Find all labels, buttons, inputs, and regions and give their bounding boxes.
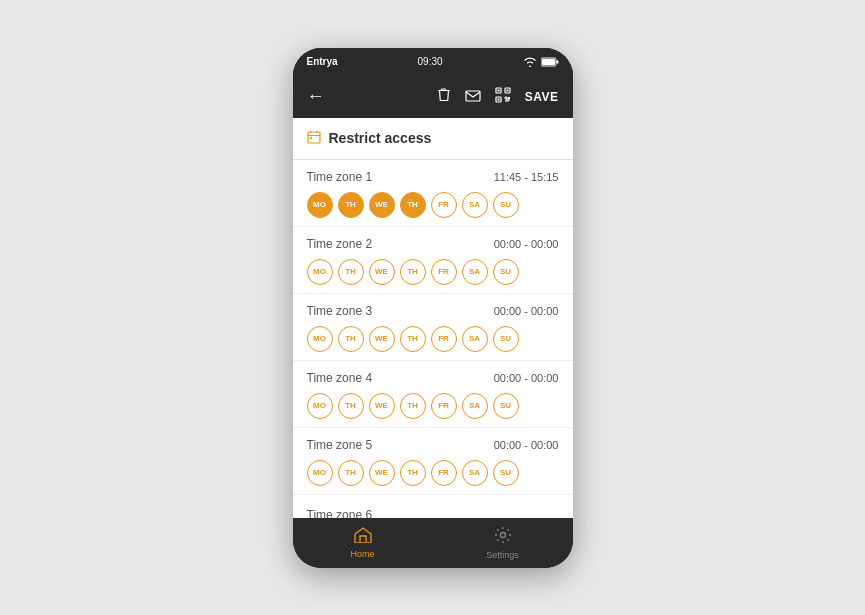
day-th-tz3[interactable]: TH — [338, 326, 364, 352]
timezone-row-4[interactable]: Time zone 400:00 - 00:00MOTHWETHFRSASU — [293, 361, 573, 428]
svg-rect-5 — [497, 90, 499, 92]
day-su-tz4[interactable]: SU — [493, 393, 519, 419]
toolbar-actions: SAVE — [437, 87, 559, 106]
calendar-icon — [307, 130, 321, 147]
day-sa-tz4[interactable]: SA — [462, 393, 488, 419]
section-header: Restrict access — [293, 118, 573, 160]
main-content: Restrict access Time zone 111:45 - 15:15… — [293, 118, 573, 518]
day-mo-tz5[interactable]: MO — [307, 460, 333, 486]
timezone-label-5: Time zone 5 — [307, 438, 373, 452]
day-th-tz4[interactable]: TH — [338, 393, 364, 419]
svg-rect-10 — [508, 97, 510, 99]
day-sa-tz1[interactable]: SA — [462, 192, 488, 218]
timezone-row-2[interactable]: Time zone 200:00 - 00:00MOTHWETHFRSASU — [293, 227, 573, 294]
settings-label: Settings — [486, 550, 519, 560]
day-th-tz4[interactable]: TH — [400, 393, 426, 419]
svg-rect-3 — [466, 91, 480, 101]
home-label: Home — [350, 549, 374, 559]
day-mo-tz4[interactable]: MO — [307, 393, 333, 419]
day-fr-tz2[interactable]: FR — [431, 259, 457, 285]
day-su-tz1[interactable]: SU — [493, 192, 519, 218]
day-fr-tz4[interactable]: FR — [431, 393, 457, 419]
timezone-time-3: 00:00 - 00:00 — [494, 305, 559, 317]
day-we-tz5[interactable]: WE — [369, 460, 395, 486]
day-th-tz1[interactable]: TH — [400, 192, 426, 218]
timezone-list[interactable]: Time zone 111:45 - 15:15MOTHWETHFRSASUTi… — [293, 160, 573, 518]
app-name: Entrya — [307, 56, 338, 67]
day-mo-tz3[interactable]: MO — [307, 326, 333, 352]
day-su-tz2[interactable]: SU — [493, 259, 519, 285]
wifi-icon — [523, 57, 537, 67]
save-button[interactable]: SAVE — [525, 90, 559, 104]
nav-home[interactable]: Home — [293, 518, 433, 568]
day-su-tz5[interactable]: SU — [493, 460, 519, 486]
timezone-label-4: Time zone 4 — [307, 371, 373, 385]
day-th-tz2[interactable]: TH — [338, 259, 364, 285]
day-we-tz3[interactable]: WE — [369, 326, 395, 352]
battery-icon — [541, 57, 559, 67]
day-fr-tz3[interactable]: FR — [431, 326, 457, 352]
days-row-4: MOTHWETHFRSASU — [307, 393, 559, 419]
timezone-time-2: 00:00 - 00:00 — [494, 238, 559, 250]
timezone-label-1: Time zone 1 — [307, 170, 373, 184]
day-su-tz3[interactable]: SU — [493, 326, 519, 352]
timezone-label-6: Time zone 6 — [307, 508, 373, 518]
status-icons — [523, 57, 559, 67]
day-th-tz5[interactable]: TH — [400, 460, 426, 486]
svg-point-13 — [500, 532, 505, 537]
day-we-tz1[interactable]: WE — [369, 192, 395, 218]
timezone-row-1[interactable]: Time zone 111:45 - 15:15MOTHWETHFRSASU — [293, 160, 573, 227]
days-row-3: MOTHWETHFRSASU — [307, 326, 559, 352]
day-we-tz4[interactable]: WE — [369, 393, 395, 419]
day-th-tz3[interactable]: TH — [400, 326, 426, 352]
settings-icon — [494, 526, 512, 548]
email-button[interactable] — [465, 89, 481, 105]
day-th-tz2[interactable]: TH — [400, 259, 426, 285]
svg-rect-1 — [556, 60, 558, 63]
delete-button[interactable] — [437, 87, 451, 106]
nav-settings[interactable]: Settings — [433, 518, 573, 568]
qr-button[interactable] — [495, 87, 511, 106]
status-time: 09:30 — [418, 56, 443, 67]
day-sa-tz3[interactable]: SA — [462, 326, 488, 352]
svg-rect-12 — [310, 137, 312, 139]
svg-rect-2 — [542, 59, 555, 65]
timezone-time-4: 00:00 - 00:00 — [494, 372, 559, 384]
timezone-row-5[interactable]: Time zone 500:00 - 00:00MOTHWETHFRSASU — [293, 428, 573, 495]
day-fr-tz1[interactable]: FR — [431, 192, 457, 218]
toolbar: ← — [293, 76, 573, 118]
day-fr-tz5[interactable]: FR — [431, 460, 457, 486]
timezone-time-5: 00:00 - 00:00 — [494, 439, 559, 451]
phone-frame: Entrya 09:30 ← — [293, 48, 573, 568]
day-th-tz5[interactable]: TH — [338, 460, 364, 486]
days-row-1: MOTHWETHFRSASU — [307, 192, 559, 218]
bottom-nav: Home Settings — [293, 518, 573, 568]
day-th-tz1[interactable]: TH — [338, 192, 364, 218]
day-sa-tz5[interactable]: SA — [462, 460, 488, 486]
day-we-tz2[interactable]: WE — [369, 259, 395, 285]
day-mo-tz1[interactable]: MO — [307, 192, 333, 218]
timezone-label-3: Time zone 3 — [307, 304, 373, 318]
days-row-5: MOTHWETHFRSASU — [307, 460, 559, 486]
svg-rect-11 — [308, 132, 320, 143]
timezone-row-6-partial: Time zone 6 — [293, 495, 573, 518]
timezone-row-3[interactable]: Time zone 300:00 - 00:00MOTHWETHFRSASU — [293, 294, 573, 361]
section-title: Restrict access — [329, 130, 432, 146]
timezone-time-1: 11:45 - 15:15 — [494, 171, 559, 183]
day-sa-tz2[interactable]: SA — [462, 259, 488, 285]
day-mo-tz2[interactable]: MO — [307, 259, 333, 285]
svg-rect-7 — [506, 90, 508, 92]
home-icon — [354, 527, 372, 547]
back-button[interactable]: ← — [307, 86, 325, 107]
status-bar: Entrya 09:30 — [293, 48, 573, 76]
svg-rect-9 — [497, 99, 499, 101]
days-row-2: MOTHWETHFRSASU — [307, 259, 559, 285]
timezone-label-2: Time zone 2 — [307, 237, 373, 251]
